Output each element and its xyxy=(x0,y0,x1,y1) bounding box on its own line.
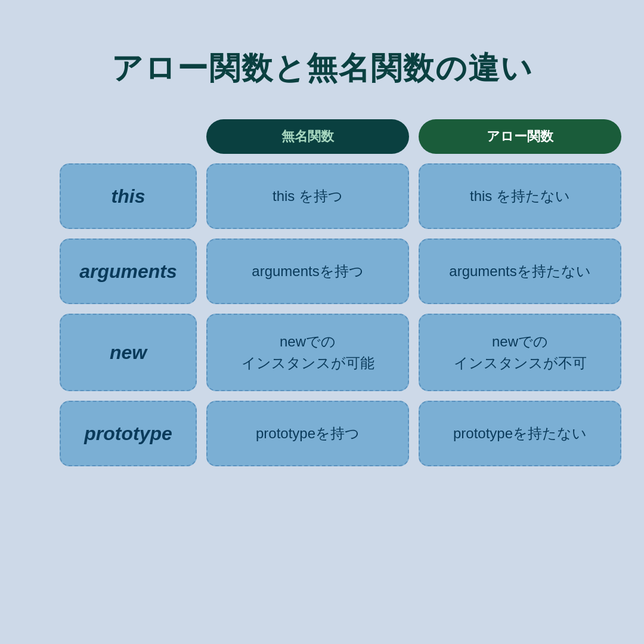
header-empty-cell xyxy=(60,119,197,154)
row-label-arguments: arguments xyxy=(60,239,197,304)
arguments-arrow: argumentsを持たない xyxy=(419,239,621,304)
page-title: アロー関数と無名関数の違い xyxy=(112,48,533,89)
row-label-new: new xyxy=(60,314,197,391)
prototype-arrow: prototypeを持たない xyxy=(419,401,621,466)
arguments-anonymous: argumentsを持つ xyxy=(206,239,409,304)
new-arrow: newでの インスタンスが不可 xyxy=(419,314,621,391)
this-anonymous: this を持つ xyxy=(206,163,409,229)
prototype-anonymous: prototypeを持つ xyxy=(206,401,409,466)
this-arrow: this を持たない xyxy=(419,163,621,229)
header-anonymous-function: 無名関数 xyxy=(206,119,409,154)
new-anonymous: newでの インスタンスが可能 xyxy=(206,314,409,391)
row-label-this: this xyxy=(60,163,197,229)
header-arrow-function: アロー関数 xyxy=(419,119,621,154)
row-label-prototype: prototype xyxy=(60,401,197,466)
comparison-table: 無名関数 アロー関数 this this を持つ this を持たない argu… xyxy=(30,119,614,466)
